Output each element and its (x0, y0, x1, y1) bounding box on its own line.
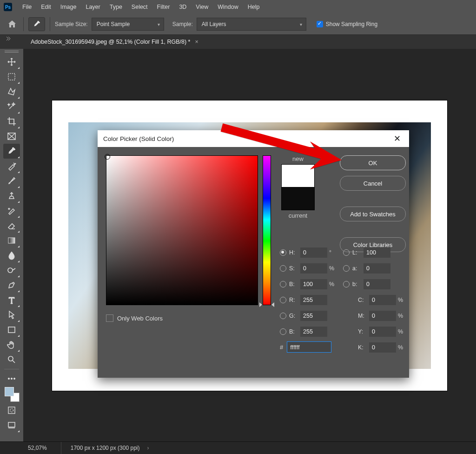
b2-input[interactable]: 255 (300, 327, 327, 337)
healing-brush-tool[interactable] (3, 159, 20, 174)
b2-radio[interactable] (280, 328, 286, 335)
screen-mode[interactable] (3, 418, 20, 433)
path-selection-tool[interactable] (3, 307, 20, 322)
menu-layer[interactable]: Layer (81, 4, 105, 10)
b-label: B: (289, 281, 298, 287)
show-sampling-ring-label: Show Sampling Ring (326, 21, 377, 27)
grip-icon[interactable] (3, 50, 20, 54)
hue-handle-right[interactable] (271, 302, 274, 307)
pen-tool[interactable] (3, 278, 20, 293)
hue-slider[interactable] (263, 155, 271, 305)
zoom-tool[interactable] (3, 352, 20, 367)
svg-rect-0 (5, 51, 19, 51)
eraser-tool[interactable] (3, 218, 20, 233)
lasso-tool[interactable] (3, 84, 20, 99)
menu-view[interactable]: View (191, 4, 213, 10)
a-label: a: (352, 265, 362, 272)
a-radio[interactable] (343, 265, 350, 272)
menu-type[interactable]: Type (105, 4, 127, 10)
close-icon[interactable]: ✕ (391, 134, 403, 144)
blur-tool[interactable] (3, 248, 20, 263)
s-input[interactable]: 0 (300, 263, 327, 274)
menubar: Ps File Edit Image Layer Type Select Fil… (0, 0, 476, 14)
sample-size-label: Sample Size: (55, 21, 88, 27)
sample-select[interactable]: All Layers (197, 18, 306, 31)
panel-expand-icon[interactable] (5, 36, 11, 41)
hue-handle-left[interactable] (259, 302, 262, 307)
s-radio[interactable] (280, 265, 286, 272)
sv-marker[interactable] (105, 154, 110, 160)
magic-wand-tool[interactable] (3, 99, 20, 114)
frame-tool[interactable] (3, 129, 20, 144)
only-web-colors-checkbox[interactable]: Only Web Colors (106, 314, 163, 322)
svg-point-4 (14, 164, 14, 165)
a-input[interactable]: 0 (364, 263, 390, 274)
home-button[interactable] (6, 18, 19, 31)
b-radio[interactable] (280, 281, 286, 287)
svg-rect-13 (8, 407, 15, 414)
document-tab[interactable]: AdobeStock_301695949.jpeg @ 52,1% (Color… (26, 36, 203, 48)
eyedropper-tool[interactable] (3, 144, 20, 159)
c-input[interactable]: 0 (369, 295, 396, 305)
app-logo: Ps (4, 3, 12, 11)
dodge-tool[interactable] (3, 263, 20, 278)
svg-point-5 (15, 163, 15, 164)
svg-point-7 (8, 268, 13, 273)
gradient-tool[interactable] (3, 233, 20, 248)
menu-select[interactable]: Select (127, 4, 152, 10)
clone-stamp-tool[interactable] (3, 188, 20, 203)
menu-edit[interactable]: Edit (36, 4, 56, 10)
move-tool[interactable] (3, 54, 20, 69)
rectangle-tool[interactable] (3, 322, 20, 337)
menu-filter[interactable]: Filter (152, 4, 175, 10)
add-to-swatches-button[interactable]: Add to Swatches (340, 207, 406, 221)
history-brush-tool[interactable] (3, 203, 20, 218)
menu-image[interactable]: Image (56, 4, 81, 10)
show-sampling-ring-checkbox[interactable]: Show Sampling Ring (317, 21, 377, 27)
l-radio[interactable] (343, 249, 350, 256)
current-label: current (274, 212, 322, 219)
g-radio[interactable] (280, 313, 286, 319)
ok-button[interactable]: OK (340, 155, 406, 170)
document-tab-bar: AdobeStock_301695949.jpeg @ 52,1% (Color… (0, 35, 476, 49)
h-input[interactable]: 0 (300, 247, 327, 258)
b-input[interactable]: 100 (300, 279, 327, 289)
r-radio[interactable] (280, 297, 286, 303)
document-dimensions[interactable]: 1700 px x 1200 px (300 ppi) (61, 442, 154, 454)
cancel-button[interactable]: Cancel (340, 176, 406, 191)
hand-tool[interactable] (3, 337, 20, 352)
quick-mask-mode[interactable] (3, 403, 20, 418)
crop-tool[interactable] (3, 114, 20, 129)
c-label: C: (358, 297, 367, 303)
menu-file[interactable]: File (18, 4, 36, 10)
bb-input[interactable]: 0 (364, 279, 390, 289)
g-input[interactable]: 255 (300, 311, 327, 321)
y-input[interactable]: 0 (369, 327, 396, 337)
k-input[interactable]: 0 (369, 342, 396, 353)
m-input[interactable]: 0 (369, 311, 396, 321)
foreground-color-swatch[interactable] (5, 387, 14, 396)
close-icon[interactable]: × (195, 39, 198, 45)
saturation-value-field[interactable] (106, 155, 258, 305)
edit-toolbar-icon[interactable] (3, 371, 20, 386)
bb-radio[interactable] (343, 281, 350, 287)
hex-input[interactable]: ffffff (287, 341, 331, 353)
sample-size-select[interactable]: Point Sample (92, 18, 164, 31)
check-icon (317, 21, 323, 27)
r-input[interactable]: 255 (300, 295, 327, 305)
h-radio[interactable] (280, 249, 286, 256)
menu-help[interactable]: Help (243, 4, 264, 10)
type-tool[interactable] (3, 293, 20, 307)
svg-point-14 (10, 409, 13, 412)
dialog-title: Color Picker (Solid Color) (103, 135, 174, 142)
marquee-tool[interactable] (3, 69, 20, 84)
menu-3d[interactable]: 3D (174, 4, 191, 10)
menu-window[interactable]: Window (213, 4, 243, 10)
svg-point-9 (8, 356, 13, 361)
brush-tool[interactable] (3, 174, 20, 188)
tool-preset-picker[interactable] (28, 17, 45, 31)
l-input[interactable]: 100 (364, 247, 390, 258)
zoom-level[interactable]: 52,07% (28, 445, 47, 451)
current-color-swatch[interactable] (281, 187, 315, 210)
foreground-background-colors[interactable] (2, 386, 21, 403)
